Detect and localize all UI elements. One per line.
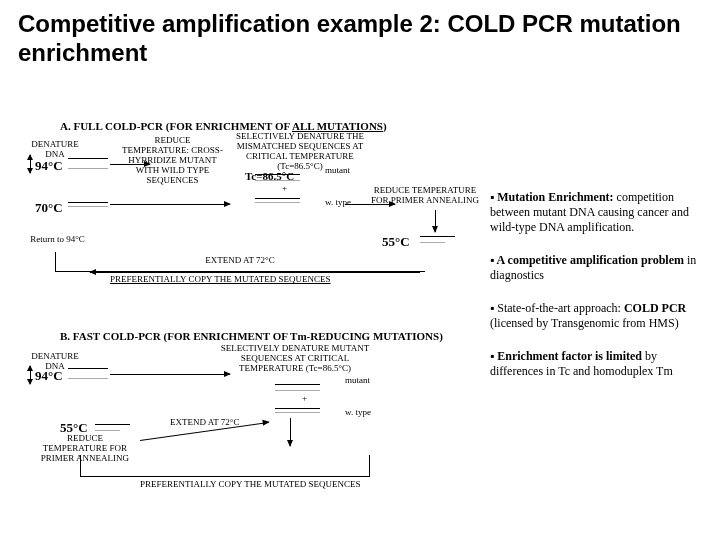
plus-sign: + [302,394,307,404]
dna-strand [255,174,300,175]
temp-55c-a: 55°C [382,234,410,250]
flow-arrow [110,374,230,375]
section-a-bold: COLD-PCR [105,120,163,132]
section-a: A. FULL COLD-PCR (FOR ENRICHMENT OF ALL … [30,120,480,290]
double-arrow-icon [30,366,31,384]
plus-sign: + [282,184,287,194]
dna-strand [68,368,108,369]
temp-70c: 70°C [35,200,63,216]
mutant-label-a: mutant [325,166,350,176]
temp-94c-b: 94°C [35,368,63,384]
bullet-1-lead: Mutation Enrichment: [490,190,614,204]
temp-94c-a: 94°C [35,158,63,174]
section-b: B. FAST COLD-PCR (FOR ENRICHMENT OF Tm-R… [30,330,480,500]
return-arrow [90,272,420,273]
bullet-3: State-of-the-art approach: COLD PCR (lic… [490,301,700,331]
wtype-label-b: w. type [345,408,371,418]
bullet-4-lead: Enrichment factor is limited [490,349,642,363]
section-a-close: ) [383,120,387,132]
return-label: Return to 94°C [30,235,85,245]
bullet-list: Mutation Enrichment: competition between… [490,190,700,397]
section-b-prefix: B. FAST [60,330,100,342]
dna-strand [275,412,320,413]
down-arrow-icon [290,418,291,446]
diagram-area: A. FULL COLD-PCR (FOR ENRICHMENT OF ALL … [30,120,480,540]
bullet-4: Enrichment factor is limited by differen… [490,349,700,379]
section-b-suffix: (FOR ENRICHMENT OF Tm-REDUCING MUTATIONS… [164,330,443,342]
bullet-3-rest: (licensed by Transgenomic from HMS) [490,316,679,330]
double-arrow-icon [30,155,31,173]
bullet-2-lead: A competitive amplification problem [490,253,684,267]
dna-strand [420,242,445,243]
pref-label-a: PREFERENTIALLY COPY THE MUTATED SEQUENCE… [110,275,331,285]
dna-strand [95,424,130,425]
dna-strand [68,168,108,169]
bullet-3-lead: State-of-the-art approach: [490,301,621,315]
extend-label-b: EXTEND AT 72°C [170,418,239,428]
dna-strand [68,158,108,159]
crosshyb-label: REDUCE TEMPERATURE: CROSS-HYBRIDIZE MUTA… [120,136,225,185]
down-arrow-icon [435,210,436,232]
dna-strand [255,180,300,181]
dna-strand [68,202,108,203]
wtype-label-a: w. type [325,198,351,208]
section-b-bold: COLD-PCR [103,330,161,342]
mutant-label-b: mutant [345,376,370,386]
return-path-b [80,455,370,477]
section-a-prefix: A. FULL [60,120,102,132]
dna-strand [275,384,320,385]
bullet-2: A competitive amplification problem in d… [490,253,700,283]
dna-strand [275,408,320,409]
denature-label-a: DENATURE DNA [25,140,85,160]
bullet-3-bold: COLD PCR [624,301,686,315]
dna-strand [420,236,455,237]
dna-strand [255,198,300,199]
bullet-1: Mutation Enrichment: competition between… [490,190,700,235]
dna-strand [275,390,320,391]
section-b-title: B. FAST COLD-PCR (FOR ENRICHMENT OF Tm-R… [60,330,480,342]
selective-label-b: SELECTIVELY DENATURE MUTANT SEQUENCES AT… [220,344,370,374]
pref-label-b: PREFERENTIALLY COPY THE MUTATED SEQUENCE… [140,480,361,490]
page-title: Competitive amplification example 2: COL… [0,0,720,68]
dna-strand [255,202,300,203]
extend-label-a: EXTEND AT 72°C [170,256,310,266]
flow-arrow [110,204,230,205]
dna-strand [68,378,108,379]
dna-strand [68,206,108,207]
dna-strand [95,430,120,431]
anneal-label-a: REDUCE TEMPERATURE FOR PRIMER ANNEALING [370,186,480,206]
